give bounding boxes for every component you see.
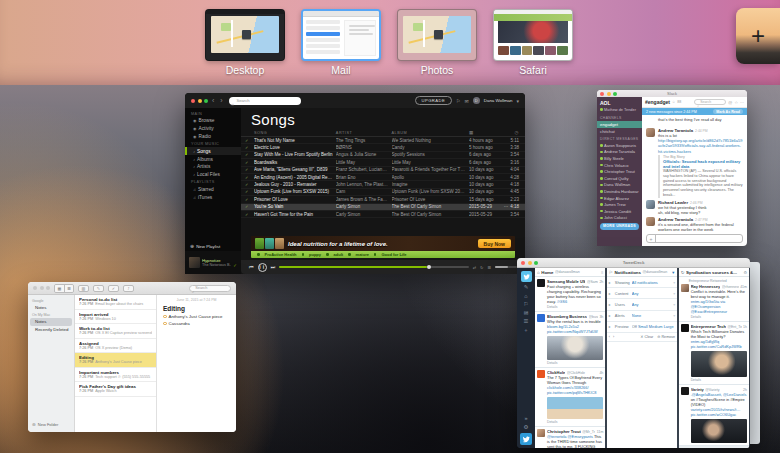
new-note-icon[interactable]: ✎	[93, 285, 104, 292]
folder-item-mac-notes[interactable]: Notes	[30, 318, 72, 326]
channel-item-engadget[interactable]: engadget	[597, 121, 642, 128]
avatar[interactable]: D	[473, 97, 480, 104]
column-song[interactable]: SONG	[254, 131, 336, 135]
mentions-icon[interactable]: @	[728, 100, 732, 105]
team-name[interactable]: AOL	[597, 99, 642, 107]
list-view-icon[interactable]: ☰	[64, 285, 73, 292]
column-header[interactable]: ↻ Syndication sources &... ⚙	[679, 268, 749, 277]
sidebar-item[interactable]: ◉Browse	[185, 117, 241, 125]
sidebar-item[interactable]: ♪Artists	[185, 163, 241, 171]
remove-button[interactable]: ⊖ Remove	[657, 335, 675, 339]
column-album[interactable]: ALBUM	[392, 131, 469, 135]
space-photos-thumbnail[interactable]	[397, 9, 477, 61]
ad-links-strip[interactable]: ProActive Health puppy adult mature Good…	[251, 251, 515, 258]
track-row[interactable]: Jealous Guy - 2010 - Remaster John Lenno…	[241, 181, 525, 188]
lists-icon[interactable]: ☰	[524, 319, 529, 325]
tweet[interactable]: Christopher Trout@Mr_Trout11m @terrortol…	[535, 427, 605, 448]
tweet-details-link[interactable]: Details	[547, 420, 603, 424]
space-mail[interactable]: Mail	[301, 9, 381, 76]
track-row[interactable]: Prisoner Of Love James Brown & The Famou…	[241, 196, 525, 203]
next-arrow-icon[interactable]: ›	[613, 335, 614, 339]
slack-titlebar[interactable]: Slack	[597, 90, 747, 97]
dm-item[interactable]: Andrew Tarantola	[597, 149, 642, 156]
tweet-link[interactable]: variety.com/2015/tv/news/t… pic.twitter.…	[691, 407, 741, 417]
sidebar-item[interactable]: ◉Radio	[185, 133, 241, 141]
upgrade-button[interactable]: UPGRADE	[415, 96, 453, 105]
ad-link[interactable]: mature	[356, 252, 369, 257]
new-folder-button[interactable]: New Folder	[28, 420, 74, 429]
dm-item[interactable]: Edgar Alvarez	[597, 195, 642, 202]
tweet-link[interactable]: #GS6	[557, 299, 567, 304]
sidebar-item[interactable]: ♪Albums	[185, 155, 241, 163]
channel-item-chitchat[interactable]: chitchat	[597, 128, 642, 135]
space-photos[interactable]: Photos	[397, 9, 477, 76]
tweet[interactable]: Samsung Mobile US@SamsungMobileUS2h Fast…	[535, 277, 605, 312]
message-input[interactable]: +	[646, 234, 743, 243]
dm-item[interactable]: Devindra Hardawar	[597, 188, 642, 195]
checkbox-circle-icon[interactable]	[163, 322, 167, 326]
note-list-item[interactable]: Pick Father's Day gift ideas 7:26 PMAppl…	[75, 382, 156, 397]
note-list-item[interactable]: Work to-do list 7:26 PMOS X El Capitan p…	[75, 324, 156, 339]
tweet-photo[interactable]	[691, 419, 747, 443]
ad-link[interactable]: puppy	[309, 252, 321, 257]
pause-button[interactable]: ❙❙	[258, 263, 267, 272]
avatar[interactable]	[537, 314, 545, 322]
playlist-item[interactable]: ♫iTunes	[185, 193, 241, 201]
track-row[interactable]: That's Not My Name The Ting Tings We Sta…	[241, 137, 525, 144]
search-input[interactable]: Search	[189, 285, 231, 292]
column-setting-row[interactable]: ▸ Alerts None ▾	[607, 311, 677, 322]
tweet-details-link[interactable]: Details	[547, 305, 603, 309]
ad-link[interactable]: Good for Life	[381, 252, 406, 257]
dm-item[interactable]: Chris Velazco	[597, 162, 642, 169]
note-detail[interactable]: June 11, 2015 at 7:24 PM Editing Anthony…	[157, 295, 236, 432]
progress-bar[interactable]	[279, 266, 469, 268]
avatar[interactable]	[537, 279, 545, 287]
account-name[interactable]: Dana Wollman	[484, 98, 513, 103]
ad-link[interactable]: ProActive Health	[265, 252, 297, 257]
tweet-photo[interactable]	[547, 336, 603, 360]
search-input[interactable]: Search	[229, 97, 301, 105]
tweet-photo[interactable]	[691, 351, 747, 377]
note-list-item[interactable]: Personal to-do list 7:26 PMEmail buyer a…	[75, 295, 156, 310]
messages-icon[interactable]: ✉	[524, 311, 529, 317]
volume-slider[interactable]	[495, 266, 517, 268]
track-row[interactable]: Electric Love BØRNS Candy 5 hours ago 3:…	[241, 144, 525, 151]
delete-note-icon[interactable]: ▥	[78, 285, 89, 292]
shuffle-icon[interactable]: ⇄	[473, 265, 476, 270]
avatar[interactable]	[681, 284, 689, 292]
star-icon[interactable]: ☆	[672, 100, 675, 104]
chevron-down-icon[interactable]: ▾	[516, 98, 519, 104]
track-row[interactable]: An Ending (Ascent) - 2005 Digital Remast…	[241, 174, 525, 181]
folder-item-google-notes[interactable]: Notes	[28, 304, 74, 312]
ad-link[interactable]: adult	[334, 252, 344, 257]
column-setting-row[interactable]: ▸ Content Any ▾	[607, 288, 677, 299]
column-setting-row[interactable]: ▸ Users Any ▾	[607, 299, 677, 310]
dm-item[interactable]: James Trew	[597, 201, 642, 208]
dm-item[interactable]: Aaron Souppouris	[597, 142, 642, 149]
column-artist[interactable]: ARTIST	[336, 131, 392, 135]
new-playlist-button[interactable]: New Playlist	[185, 241, 241, 251]
ad-banner[interactable]: Ideal nutrition for a lifetime of love. …	[251, 236, 515, 258]
space-desktop-thumbnail[interactable]	[205, 9, 285, 61]
more-icon[interactable]: ⋯	[504, 204, 509, 209]
more-icon[interactable]: ⋯	[740, 100, 744, 105]
avatar[interactable]	[681, 324, 689, 332]
setting-value[interactable]: None	[632, 313, 671, 318]
previous-track-icon[interactable]: ⏮	[249, 264, 254, 271]
playlist-item[interactable]: ♫Starred	[185, 185, 241, 193]
track-row[interactable]: Ave Maria, "Ellens Gesang III", D839 Fra…	[241, 167, 525, 174]
avatar[interactable]	[537, 429, 545, 437]
tweet-details-link[interactable]: Details	[691, 378, 747, 382]
tweet-photo[interactable]	[547, 397, 603, 419]
setting-value[interactable]: Any	[632, 291, 671, 296]
add-column-icon[interactable]: ＋	[523, 328, 529, 334]
inbox-icon[interactable]: ✉	[465, 98, 469, 104]
column-header[interactable]: ⌂ Home @danawollman ≡	[535, 268, 605, 277]
track-row[interactable]: You're So Vain Carly Simon The Best Of C…	[241, 204, 525, 211]
grid-view-icon[interactable]: ▦	[55, 285, 64, 292]
view-toggle[interactable]: ▦☰	[54, 284, 74, 293]
tweet[interactable]: Bloomberg Business@business3h Why the re…	[535, 312, 605, 368]
checklist-item[interactable]: Anthony's Just Cause piece	[163, 314, 230, 319]
notifications-bell-icon[interactable]: ⚐	[524, 302, 529, 308]
queue-icon[interactable]: ☰	[487, 265, 491, 270]
